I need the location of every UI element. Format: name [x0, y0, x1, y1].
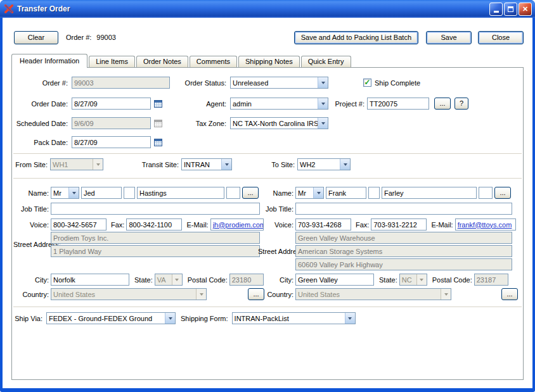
project-field[interactable]: TT20075: [367, 98, 429, 110]
ship-complete-label: Ship Complete: [375, 79, 420, 87]
tab-quick-entry[interactable]: Quick Entry: [301, 56, 351, 67]
dropdown-arrow-icon[interactable]: [318, 77, 328, 88]
dropdown-arrow-icon[interactable]: [313, 187, 323, 198]
country-row: Country: United States ...: [258, 288, 518, 300]
project-lookup-button[interactable]: ...: [434, 98, 451, 110]
minimize-icon: [494, 11, 499, 13]
street-line-2-field: American Storage Systems: [295, 245, 512, 257]
project-help-button[interactable]: ?: [454, 98, 468, 110]
shipping-form-select[interactable]: INTRAN-PackList: [232, 312, 356, 324]
separator: [13, 153, 522, 154]
separator: [13, 307, 522, 307]
voice-field[interactable]: 703-931-4268: [295, 218, 351, 231]
tab-shipping-notes[interactable]: Shipping Notes: [238, 56, 300, 67]
dropdown-arrow-icon[interactable]: [340, 159, 350, 170]
transit-site-select[interactable]: INTRAN: [181, 158, 232, 170]
job-title-field[interactable]: [51, 203, 260, 215]
ship-via-row: Ship Via: FEDEX - Ground-FEDEX Ground Sh…: [12, 312, 522, 324]
ship-complete-group: ✓ Ship Complete: [363, 79, 420, 87]
postal-code-label: Postal Code:: [188, 276, 228, 284]
job-title-row: Job Title:: [13, 203, 264, 215]
order-status-label: Order Status:: [170, 79, 226, 87]
name-label: Name:: [258, 189, 293, 197]
voice-label: Voice:: [258, 221, 293, 229]
scheduled-date-label: Scheduled Date:: [12, 120, 68, 127]
clear-button[interactable]: Clear: [14, 31, 58, 44]
dropdown-arrow-icon[interactable]: [165, 313, 175, 324]
ship-via-select[interactable]: FEDEX - Ground-FEDEX Ground: [46, 312, 176, 324]
dropdown-arrow-icon[interactable]: [318, 98, 328, 109]
middle-initial-field[interactable]: [124, 187, 135, 199]
close-button[interactable]: Close: [478, 31, 524, 44]
street-line-1-field: Prodiem Toys Inc.: [51, 232, 260, 244]
order-date-calendar-button[interactable]: [152, 98, 164, 109]
job-title-field[interactable]: [295, 203, 512, 215]
email-field[interactable]: frankf@ttoys.com: [455, 218, 516, 231]
suffix-field[interactable]: [226, 187, 240, 199]
close-icon: ✕: [522, 6, 528, 13]
save-button[interactable]: Save: [426, 31, 472, 44]
tab-line-items[interactable]: Line Items: [89, 56, 135, 67]
email-label: E-Mail:: [186, 221, 208, 229]
maximize-button[interactable]: [504, 3, 517, 16]
city-field[interactable]: Green Valley: [295, 274, 374, 286]
tax-zone-label: Tax Zone:: [164, 120, 226, 127]
street-line-1-field: Green Valley Warehouse: [295, 232, 512, 244]
country-label: Country:: [13, 291, 49, 298]
street-address-label: Street Address:: [13, 241, 49, 248]
tab-comments[interactable]: Comments: [190, 56, 237, 67]
minimize-button[interactable]: [489, 3, 503, 16]
scheduled-date-calendar-button: [152, 118, 164, 129]
country-row: Country: United States ...: [13, 288, 264, 300]
country-lookup-button[interactable]: ...: [501, 288, 518, 300]
city-field[interactable]: Norfolk: [51, 274, 129, 286]
contact-lookup-button[interactable]: ...: [242, 187, 259, 199]
dropdown-arrow-icon[interactable]: [345, 313, 355, 324]
email-link[interactable]: frankf@ttoys.com: [458, 221, 512, 229]
client-area: Clear Order #: 99003 Save and Add to Pac…: [3, 18, 532, 388]
fax-field[interactable]: 703-931-2212: [371, 218, 427, 231]
last-name-field[interactable]: Farley: [382, 187, 477, 199]
pack-date-calendar-button[interactable]: [152, 137, 164, 148]
country-select: United States: [51, 288, 207, 300]
save-and-add-to-packing-list-batch-button[interactable]: Save and Add to Packing List Batch: [294, 31, 418, 44]
state-label: State:: [379, 276, 397, 284]
name-title-select[interactable]: Mr: [295, 187, 324, 199]
last-name-field[interactable]: Hastings: [137, 187, 224, 199]
to-site-select[interactable]: WH2: [297, 158, 351, 170]
middle-initial-field[interactable]: [368, 187, 380, 199]
ship-complete-checkbox[interactable]: ✓: [363, 79, 371, 87]
tab-order-notes[interactable]: Order Notes: [136, 56, 188, 67]
transfer-order-window: Transfer Order ✕ Clear Order #: 99003 Sa…: [0, 0, 535, 392]
dropdown-arrow-icon[interactable]: [221, 159, 231, 170]
name-title-select[interactable]: Mr: [51, 187, 79, 199]
email-field[interactable]: jh@prodiem.com: [210, 218, 264, 231]
pack-date-field[interactable]: 8/27/09: [72, 136, 151, 148]
email-link[interactable]: jh@prodiem.com: [213, 221, 264, 229]
close-window-titlebar-button[interactable]: ✕: [519, 3, 532, 16]
postal-code-label: Postal Code:: [432, 276, 472, 284]
name-row: Name: Mr Frank Farley ...: [258, 187, 518, 199]
state-label: State:: [134, 276, 153, 284]
job-title-label: Job Title:: [13, 205, 49, 213]
shipping-form-label: Shipping Form:: [181, 315, 228, 322]
dropdown-arrow-icon[interactable]: [318, 118, 328, 129]
order-status-select[interactable]: Unreleased: [230, 77, 328, 89]
fax-field[interactable]: 800-342-1100: [126, 218, 182, 231]
separator: [13, 178, 522, 179]
tax-zone-select[interactable]: NC TAX-North Carolina IRS: [230, 117, 328, 129]
first-name-field[interactable]: Frank: [326, 187, 366, 199]
dropdown-arrow-icon[interactable]: [68, 187, 79, 198]
tab-header-information[interactable]: Header Information: [11, 54, 87, 67]
suffix-field[interactable]: [479, 187, 493, 199]
voice-field[interactable]: 800-342-5657: [51, 218, 106, 231]
first-name-field[interactable]: Jed: [81, 187, 122, 199]
titlebar[interactable]: Transfer Order ✕: [0, 0, 535, 18]
order-date-field[interactable]: 8/27/09: [72, 98, 151, 110]
agent-select[interactable]: admin: [230, 98, 328, 110]
dropdown-arrow-icon: [416, 274, 427, 285]
state-select: NC: [399, 274, 427, 286]
window-title: Transfer Order: [17, 4, 489, 13]
titlebar-buttons: ✕: [489, 3, 532, 16]
contact-lookup-button[interactable]: ...: [494, 187, 511, 199]
